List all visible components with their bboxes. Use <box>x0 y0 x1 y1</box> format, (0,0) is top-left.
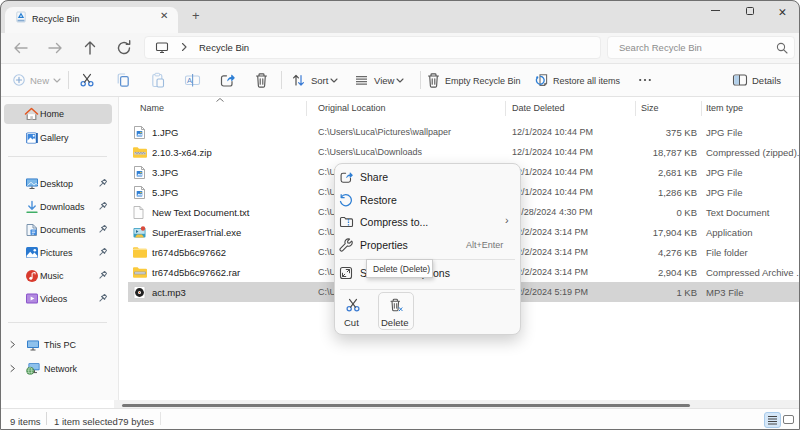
svg-text:A: A <box>187 76 192 85</box>
